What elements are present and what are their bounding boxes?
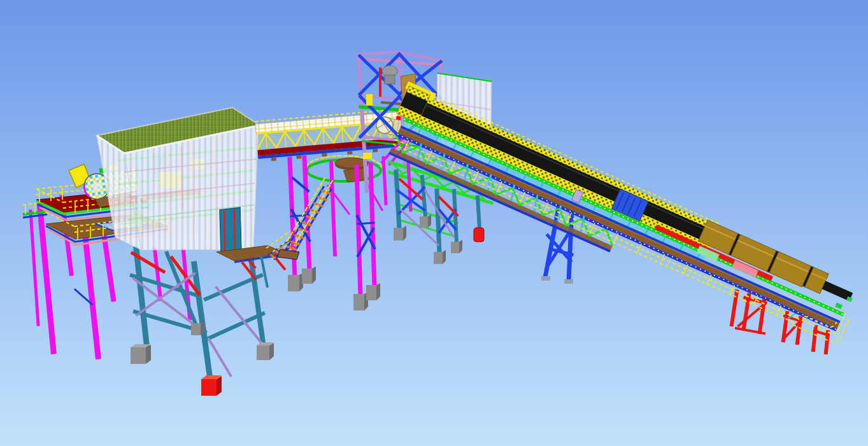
concrete-footing: [257, 342, 274, 360]
concrete-footing: [451, 240, 462, 253]
trestle-base-plate: [541, 276, 550, 281]
concrete-footing: [434, 250, 446, 264]
model-canvas: [0, 0, 868, 446]
model-viewport[interactable]: [0, 0, 868, 446]
concrete-footing: [131, 344, 151, 364]
building-door: [220, 207, 241, 253]
red-footing: [474, 228, 484, 242]
concrete-footing: [191, 321, 204, 335]
concrete-footing: [366, 283, 380, 300]
concrete-footing: [302, 267, 316, 284]
trestle-base-plate: [564, 279, 573, 284]
concrete-footing: [288, 273, 303, 291]
concrete-footing: [420, 214, 431, 228]
red-footing: [201, 375, 222, 396]
concrete-footing: [353, 292, 368, 310]
concrete-footing: [394, 226, 406, 240]
